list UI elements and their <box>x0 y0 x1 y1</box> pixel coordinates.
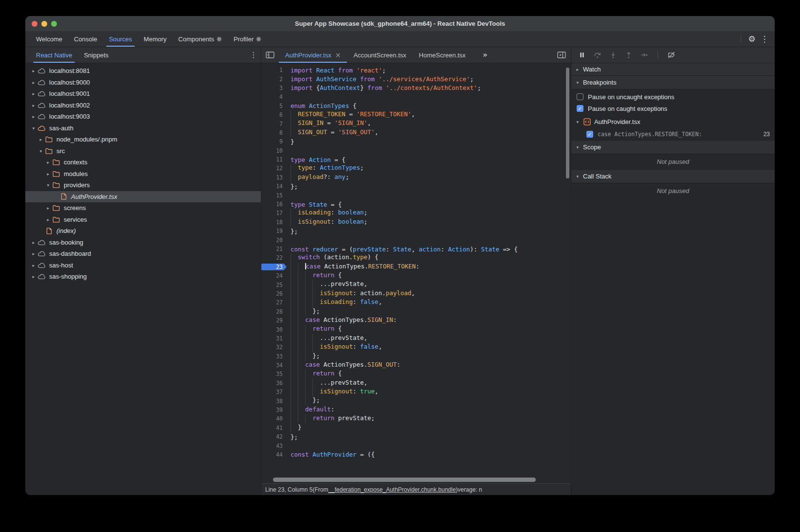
code-line-text[interactable]: ...prevState, <box>283 334 367 343</box>
line-number[interactable]: 9 <box>261 138 283 145</box>
pause-option-pause-on-uncaught-exceptions[interactable]: Pause on uncaught exceptions <box>571 91 775 103</box>
chevron-down-icon[interactable]: ▾ <box>37 148 44 154</box>
scope-section-header[interactable]: ▾ Scope <box>571 140 775 154</box>
more-tabs-chevrons-icon[interactable]: » <box>472 47 498 63</box>
chevron-down-icon[interactable]: ▾ <box>45 182 52 188</box>
checkbox-checked[interactable]: ✓ <box>586 131 593 138</box>
navigator-tab-react-native[interactable]: React Native <box>30 47 78 63</box>
code-line-text[interactable]: default: <box>283 406 334 414</box>
line-number[interactable]: 11 <box>261 156 283 163</box>
panel-tab-console[interactable]: Console <box>68 31 103 47</box>
step-over-icon[interactable] <box>591 49 604 61</box>
code-line-text[interactable]: }; <box>283 433 298 441</box>
show-debugger-panel-icon[interactable] <box>557 47 571 63</box>
code-line-text[interactable]: }; <box>283 352 320 361</box>
line-number[interactable]: 16 <box>261 201 283 208</box>
code-line-text[interactable]: SIGN_IN = 'SIGN_IN', <box>283 119 371 128</box>
line-number[interactable]: 35 <box>261 371 283 377</box>
tree-item-sas-booking[interactable]: ▸sas-booking <box>25 237 261 248</box>
line-number[interactable]: 30 <box>261 326 283 333</box>
line-number[interactable]: 20 <box>261 237 283 244</box>
navigator-tab-snippets[interactable]: Snippets <box>78 47 114 63</box>
tree-item-localhost-9001[interactable]: ▸localhost:9001 <box>25 88 261 100</box>
code-line-text[interactable]: return { <box>283 370 342 378</box>
code-line-text[interactable]: type Action = { <box>283 156 345 163</box>
chevron-right-icon[interactable]: ▸ <box>45 171 52 177</box>
chevron-right-icon[interactable]: ▸ <box>30 274 37 279</box>
line-number[interactable]: 37 <box>261 389 283 395</box>
horizontal-scrollbar-thumb[interactable] <box>273 478 536 482</box>
chevron-right-icon[interactable]: ▸ <box>30 68 37 73</box>
tree-item-authprovider-tsx[interactable]: AuthProvider.tsx <box>25 191 261 203</box>
code-line-text[interactable]: type State = { <box>283 201 342 208</box>
panel-tab-components[interactable]: Components <box>172 31 228 47</box>
tree-item-src[interactable]: ▾src <box>25 145 261 157</box>
tree-item-modules[interactable]: ▸modules <box>25 168 261 180</box>
chevron-right-icon[interactable]: ▸ <box>37 137 44 142</box>
chevron-right-icon[interactable]: ▸ <box>45 217 52 222</box>
code-line-text[interactable]: const reducer = (prevState: State, actio… <box>283 246 518 253</box>
code-viewport[interactable]: 1import React from 'react';2import AuthS… <box>261 63 571 458</box>
chevron-down-icon[interactable]: ▾ <box>30 125 37 131</box>
line-number[interactable]: 41 <box>261 425 283 431</box>
line-number[interactable]: 39 <box>261 407 283 413</box>
code-line-text[interactable]: return { <box>283 271 342 280</box>
line-number[interactable]: 25 <box>261 282 283 288</box>
code-line-text[interactable]: ...prevState, <box>283 280 367 289</box>
tree-item-contexts[interactable]: ▸contexts <box>25 157 261 168</box>
tree-item-services[interactable]: ▸services <box>25 214 261 226</box>
step-icon[interactable] <box>637 49 651 61</box>
chevron-right-icon[interactable]: ▸ <box>45 160 52 165</box>
line-number[interactable]: 31 <box>261 335 283 342</box>
settings-gear-icon[interactable]: ⚙ <box>745 33 758 45</box>
close-window-button[interactable] <box>32 21 37 27</box>
line-number[interactable]: 6 <box>261 111 283 118</box>
line-number[interactable]: 5 <box>261 103 283 109</box>
line-number[interactable]: 14 <box>261 183 283 190</box>
code-line-text[interactable]: switch (action.type) { <box>283 253 379 262</box>
tree-item-localhost-9003[interactable]: ▸localhost:9003 <box>25 111 261 123</box>
code-line-text[interactable]: ...prevState, <box>283 379 367 388</box>
code-line-text[interactable]: import React from 'react'; <box>283 67 386 74</box>
panel-tab-welcome[interactable]: Welcome <box>30 31 68 47</box>
breakpoints-section-header[interactable]: ▾ Breakpoints <box>571 76 775 89</box>
line-number[interactable]: 13 <box>261 174 283 181</box>
maximize-window-button[interactable] <box>51 21 57 27</box>
chevron-right-icon[interactable]: ▸ <box>30 251 37 256</box>
line-number[interactable]: 1 <box>261 67 283 73</box>
code-line-text[interactable]: import AuthService from '../services/Aut… <box>283 75 473 83</box>
code-line-text[interactable]: case ActionTypes.SIGN_IN: <box>283 316 397 325</box>
line-number[interactable]: 10 <box>261 147 283 154</box>
chevron-right-icon[interactable]: ▸ <box>45 205 52 211</box>
tree-item-screens[interactable]: ▸screens <box>25 202 261 214</box>
line-number[interactable]: 15 <box>261 192 283 199</box>
navigator-menu-kebab-icon[interactable]: ⋮ <box>246 47 261 63</box>
checkbox-unchecked[interactable] <box>577 93 583 100</box>
code-line-text[interactable]: import {AuthContext} from '../contexts/A… <box>283 84 481 91</box>
close-tab-icon[interactable]: × <box>335 51 341 59</box>
code-line-text[interactable]: isLoading: false, <box>283 298 382 307</box>
line-number[interactable]: 29 <box>261 317 283 324</box>
tree-item-sas-shopping[interactable]: ▸sas-shopping <box>25 271 261 283</box>
code-line-text[interactable]: isSignout: false, <box>283 343 382 352</box>
line-number[interactable]: 38 <box>261 398 283 405</box>
tree-item--index-[interactable]: (index) <box>25 225 261 237</box>
line-number[interactable]: 26 <box>261 290 283 297</box>
code-line-text[interactable]: isSignout: action.payload, <box>283 289 415 298</box>
code-line-text[interactable]: } <box>283 138 294 145</box>
deactivate-breakpoints-icon[interactable] <box>665 49 678 61</box>
chevron-right-icon[interactable]: ▸ <box>30 114 37 119</box>
code-line-text[interactable]: isLoading: boolean; <box>283 209 367 217</box>
line-number[interactable]: 8 <box>261 129 283 136</box>
editor-tab-homescreen-tsx[interactable]: HomeScreen.tsx <box>413 47 472 63</box>
line-number[interactable]: 12 <box>261 165 283 172</box>
line-number[interactable]: 40 <box>261 415 283 422</box>
tree-item-localhost-9000[interactable]: ▸localhost:9000 <box>25 77 261 89</box>
line-number[interactable]: 2 <box>261 76 283 83</box>
chevron-right-icon[interactable]: ▸ <box>30 91 37 96</box>
chevron-right-icon[interactable]: ▸ <box>30 240 37 245</box>
code-line-text[interactable]: case ActionTypes.RESTORE_TOKEN: <box>283 263 419 271</box>
tree-item-sas-dashboard[interactable]: ▸sas-dashboard <box>25 248 261 260</box>
code-line-text[interactable]: case ActionTypes.SIGN_OUT: <box>283 361 400 370</box>
tree-item-localhost-9002[interactable]: ▸localhost:9002 <box>25 100 261 111</box>
